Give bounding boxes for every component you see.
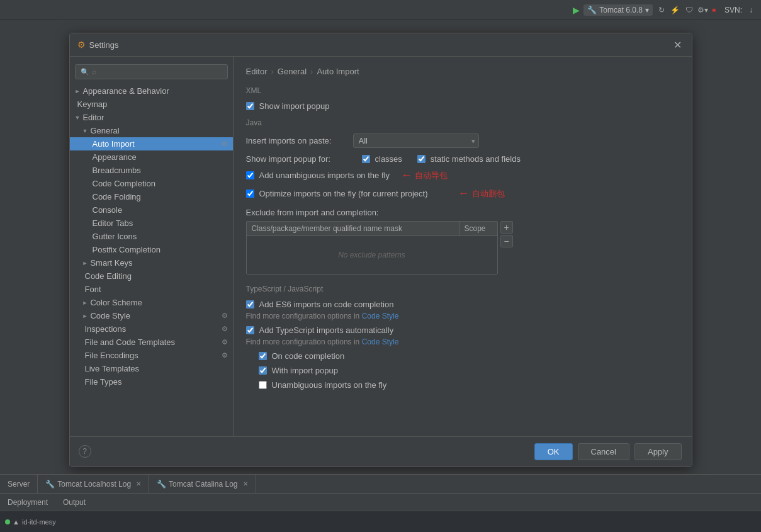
shield-icon[interactable]: 🛡 — [684, 5, 694, 15]
bottom-tab-tomcat-localhost[interactable]: 🔧 Tomcat Localhost Log ✕ — [38, 475, 149, 493]
apply-button[interactable]: Apply — [634, 443, 682, 460]
output-subtab[interactable]: Output — [55, 494, 93, 511]
tomcat-localhost-label: Tomcat Localhost Log — [57, 480, 131, 489]
deployment-subtab[interactable]: Deployment — [0, 494, 55, 511]
xml-show-import-checkbox[interactable] — [246, 102, 254, 110]
static-checkbox[interactable] — [417, 155, 426, 163]
sidebar-label: Font — [85, 285, 101, 294]
sidebar-item-keymap[interactable]: Keymap — [70, 98, 233, 111]
settings-small-icon: ⚙ — [222, 325, 228, 333]
sidebar-item-font[interactable]: Font — [70, 283, 233, 296]
code-style-link-2[interactable]: Code Style — [362, 337, 399, 346]
sidebar-label: Code Editing — [85, 271, 132, 281]
tomcat-catalina-label: Tomcat Catalina Log — [169, 480, 237, 489]
stop-icon[interactable]: ■ — [712, 6, 716, 13]
search-box[interactable]: 🔍 — [75, 64, 228, 79]
sidebar-label: General — [90, 126, 119, 135]
settings-small-icon: ⚙ — [222, 338, 228, 346]
sidebar-label: Keymap — [77, 99, 108, 109]
classes-checkbox[interactable] — [362, 155, 370, 163]
svn-icon[interactable]: ↓ — [746, 5, 756, 15]
add-es6-checkbox[interactable] — [246, 300, 254, 308]
add-typescript-label: Add TypeScript imports automatically — [259, 325, 394, 335]
sidebar-item-code-completion[interactable]: Code Completion — [70, 177, 233, 190]
sidebar-item-breadcrumbs[interactable]: Breadcrumbs — [70, 164, 233, 177]
help-button[interactable]: ? — [79, 445, 91, 458]
sidebar-label: Color Scheme — [90, 298, 142, 307]
sidebar-label: File Types — [85, 377, 122, 387]
sidebar-item-inspections[interactable]: Inspections ⚙ — [70, 322, 233, 336]
sidebar-item-code-editing[interactable]: Code Editing — [70, 269, 233, 283]
close-button[interactable]: ✕ — [672, 38, 684, 51]
settings-small-icon: ⚙ — [222, 351, 228, 359]
sidebar-label: Inspections — [85, 324, 127, 334]
content-inner: Editor › General › Auto Import XML Show … — [246, 67, 679, 390]
run-icon[interactable]: ▶ — [573, 5, 580, 15]
sidebar-item-console[interactable]: Console — [70, 203, 233, 217]
bottom-area: Server 🔧 Tomcat Localhost Log ✕ 🔧 Tomcat… — [0, 474, 761, 532]
tomcat-icon: 🔧 — [587, 6, 597, 14]
tomcat-selector[interactable]: 🔧 Tomcat 6.0.8 ▾ — [583, 4, 653, 16]
sidebar-label: Live Templates — [85, 364, 139, 373]
sidebar-item-code-style[interactable]: Code Style ⚙ — [70, 309, 233, 322]
add-unambiguous-row: Add unambiguous imports on the fly ← 自动导… — [246, 169, 679, 182]
top-toolbar: ▶ 🔧 Tomcat 6.0.8 ▾ ↻ ⚡ 🛡 ⚙▾ ■ SVN: ↓ — [0, 0, 761, 20]
sidebar-item-file-code-templates[interactable]: File and Code Templates ⚙ — [70, 336, 233, 349]
sidebar-label: Gutter Icons — [93, 232, 137, 241]
sidebar-item-postfix-completion[interactable]: Postfix Completion — [70, 243, 233, 256]
refresh-icon[interactable]: ↻ — [657, 5, 667, 15]
sidebar-item-file-types[interactable]: File Types — [70, 375, 233, 388]
bottom-tab-server[interactable]: Server — [0, 475, 38, 493]
breadcrumb-editor: Editor — [246, 67, 268, 76]
sidebar-item-smart-keys[interactable]: Smart Keys — [70, 256, 233, 269]
with-import-popup-checkbox[interactable] — [259, 366, 267, 375]
on-code-completion-label: On code completion — [272, 351, 345, 361]
sidebar-item-appearance[interactable]: Appearance — [70, 150, 233, 164]
sidebar-label: Smart Keys — [90, 258, 132, 268]
content-area: Editor › General › Auto Import XML Show … — [234, 57, 692, 436]
remove-exclude-button[interactable]: − — [500, 235, 513, 247]
sidebar-item-appearance-behavior[interactable]: Appearance & Behavior — [70, 84, 233, 98]
ok-button[interactable]: OK — [534, 443, 573, 460]
sidebar-item-gutter-icons[interactable]: Gutter Icons — [70, 230, 233, 243]
tomcat-catalina-close[interactable]: ✕ — [243, 480, 248, 487]
status-item-text: id-itd-mesy — [22, 518, 56, 526]
search-input[interactable] — [92, 67, 222, 76]
bottom-tab-tomcat-catalina[interactable]: 🔧 Tomcat Catalina Log ✕ — [149, 475, 256, 493]
add-typescript-checkbox[interactable] — [246, 326, 254, 334]
exclude-actions: + − — [500, 221, 513, 247]
sidebar-item-live-templates[interactable]: Live Templates — [70, 362, 233, 375]
xml-show-import-row: Show import popup — [246, 101, 679, 111]
insert-imports-select[interactable]: All Ask None — [353, 133, 479, 148]
sidebar-item-code-folding[interactable]: Code Folding — [70, 190, 233, 203]
find-more-2: Find more configuration options in Code … — [246, 337, 679, 346]
sidebar-item-color-scheme[interactable]: Color Scheme — [70, 296, 233, 309]
settings-dropdown-icon[interactable]: ⚙▾ — [698, 5, 708, 15]
arrow-icon — [82, 260, 88, 266]
on-code-completion-checkbox[interactable] — [259, 352, 267, 360]
add-es6-label: Add ES6 imports on code completion — [259, 300, 394, 309]
tomcat-localhost-close[interactable]: ✕ — [136, 480, 141, 487]
optimize-imports-checkbox[interactable] — [246, 190, 254, 198]
sidebar-item-general[interactable]: General — [70, 124, 233, 137]
sidebar-item-editor-tabs[interactable]: Editor Tabs — [70, 217, 233, 230]
sidebar-item-editor[interactable]: Editor — [70, 111, 233, 124]
plugin-icon[interactable]: ⚡ — [670, 5, 680, 15]
settings-sidebar: 🔍 Appearance & Behavior Keymap Editor — [70, 57, 234, 436]
exclude-col1-header: Class/package/member qualified name mask — [247, 222, 459, 235]
unambiguous-imports-checkbox[interactable] — [259, 381, 267, 389]
add-unambiguous-checkbox[interactable] — [246, 171, 254, 179]
add-exclude-button[interactable]: + — [500, 221, 513, 234]
breadcrumb: Editor › General › Auto Import — [246, 67, 679, 76]
tomcat-localhost-icon: 🔧 — [45, 480, 55, 489]
with-import-popup-row: With import popup — [246, 366, 679, 375]
java-section-label: Java — [246, 118, 679, 127]
dialog-footer: OK Cancel Apply — [70, 436, 692, 467]
status-dot — [5, 519, 10, 524]
sidebar-item-file-encodings[interactable]: File Encodings ⚙ — [70, 349, 233, 362]
show-import-popup-row: Show import popup for: classes static me… — [246, 154, 679, 164]
code-style-link-1[interactable]: Code Style — [362, 312, 399, 320]
annotation-1: ← 自动导包 — [401, 169, 448, 182]
cancel-button[interactable]: Cancel — [578, 443, 629, 460]
sidebar-item-auto-import[interactable]: Auto Import ⚙ — [70, 137, 233, 150]
